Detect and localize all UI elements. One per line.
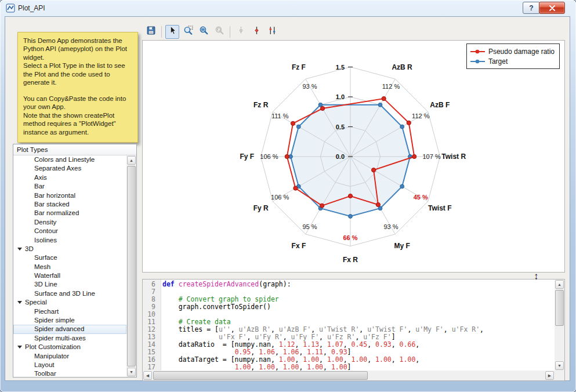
- plot-type-item-surface-and-3d-line[interactable]: Surface and 3D Line: [13, 289, 126, 298]
- scroll-down-icon[interactable]: ▼: [555, 361, 564, 370]
- svg-text:Fy F: Fy F: [240, 153, 254, 161]
- expanded-triangle-icon[interactable]: [17, 346, 22, 349]
- plot-types-scrollbar[interactable]: ▲ ▼: [126, 155, 136, 377]
- plot-type-label: Contour: [34, 227, 58, 234]
- plot-type-item-waterfall[interactable]: Waterfall: [13, 271, 126, 280]
- plot-type-item-plot-customization[interactable]: Plot Customization: [13, 343, 126, 351]
- note-paragraph: This Demo App demonstrates the Python AP…: [23, 37, 132, 61]
- plot-type-label: Layout: [34, 361, 55, 368]
- cursor-marker-button[interactable]: [249, 25, 263, 39]
- scroll-right-icon[interactable]: ▶: [545, 371, 554, 380]
- scroll-up-icon[interactable]: ▲: [127, 156, 136, 165]
- select-cursor-icon: [168, 26, 177, 38]
- expanded-triangle-icon[interactable]: [17, 301, 22, 304]
- code-vscrollbar[interactable]: ▲ ▼: [555, 280, 564, 371]
- save-plot-icon: [146, 26, 156, 38]
- select-cursor-button[interactable]: [165, 25, 179, 39]
- zoom-region-icon: [183, 26, 193, 38]
- zoom-all-icon: [199, 26, 209, 38]
- zoom-region-button[interactable]: [181, 25, 195, 39]
- plot-type-label: Spider multi-axes: [34, 335, 86, 342]
- scrollbar-thumb[interactable]: [555, 290, 564, 326]
- plot-type-item-spider-multi-axes[interactable]: Spider multi-axes: [13, 334, 126, 343]
- plot-type-label: Surface and 3D Line: [34, 290, 95, 297]
- legend-entry: Target: [470, 56, 555, 66]
- plot-type-item-isolines[interactable]: Isolines: [13, 236, 126, 245]
- plot-type-item-piechart[interactable]: Piechart: [13, 307, 126, 316]
- plot-type-item-bar-stacked[interactable]: Bar stacked: [13, 200, 126, 209]
- plot-type-item-manipulator[interactable]: Manipulator: [13, 352, 126, 361]
- code-panel[interactable]: 6def createSpiderAdvanced(graph):78 # Co…: [142, 279, 565, 381]
- cursor-single-button[interactable]: [234, 25, 248, 39]
- plot-type-item-spider-simple[interactable]: Spider simple: [13, 316, 126, 325]
- chart-legend: Pseudo damage ratioTarget: [466, 43, 560, 69]
- scrollbar-thumb[interactable]: [127, 166, 136, 366]
- plot-type-item-separated-axes[interactable]: Separated Axes: [13, 164, 126, 173]
- svg-text:45 %: 45 %: [414, 194, 428, 201]
- plot-type-label: Bar stacked: [34, 201, 70, 208]
- svg-text:AzB R: AzB R: [392, 63, 412, 71]
- plot-types-header: Plot Types: [13, 144, 136, 155]
- svg-text:My F: My F: [394, 242, 410, 250]
- svg-text:Fx R: Fx R: [343, 256, 358, 264]
- cursor-double-button[interactable]: [265, 25, 279, 39]
- plot-type-label: Isolines: [34, 237, 57, 244]
- plot-type-item-surface[interactable]: Surface: [13, 253, 126, 262]
- legend-marker-icon: [470, 49, 485, 55]
- desktop: Plot_API ? This Demo App demonstrates th…: [0, 0, 576, 392]
- plot-type-label: Bar: [34, 183, 45, 190]
- plot-type-item-spider-advanced[interactable]: Spider advanced: [13, 325, 126, 333]
- code-line: 6def createSpiderAdvanced(graph):: [143, 281, 555, 288]
- scroll-left-icon[interactable]: ◀: [143, 371, 152, 380]
- plot-type-label: 3D Line: [34, 281, 57, 288]
- plot-type-item-colors-and-linestyle[interactable]: Colors and Linestyle: [13, 155, 126, 164]
- plot-type-item-toolbar[interactable]: Toolbar: [13, 369, 126, 377]
- svg-text:106 %: 106 %: [271, 194, 289, 201]
- plot-type-label: Density: [34, 219, 56, 226]
- help-button[interactable]: ?: [523, 2, 540, 14]
- scroll-down-icon[interactable]: ▼: [127, 368, 136, 376]
- spider-chart[interactable]: 0.00.51.01.5AzB RAzB FTwist RTwist FMy F…: [143, 41, 564, 272]
- svg-text:Fz F: Fz F: [292, 63, 306, 71]
- close-button[interactable]: [539, 2, 565, 14]
- scrollbar-thumb[interactable]: [153, 371, 368, 380]
- svg-text:0.5: 0.5: [336, 124, 345, 130]
- cursor-single-icon: [236, 26, 246, 38]
- code-view[interactable]: 6def createSpiderAdvanced(graph):78 # Co…: [143, 281, 555, 371]
- plot-type-item-special[interactable]: Special: [13, 298, 126, 307]
- svg-text:93 %: 93 %: [383, 223, 398, 230]
- svg-text:0.0: 0.0: [336, 153, 345, 160]
- plot-type-label: Separated Axes: [34, 165, 81, 172]
- expanded-triangle-icon[interactable]: [17, 248, 22, 251]
- note-paragraph: Note that the shown createPlot method re…: [23, 111, 132, 136]
- code-hscrollbar[interactable]: ◀ ▶: [143, 371, 555, 380]
- plot-type-label: Bar normalized: [34, 209, 79, 216]
- scroll-up-icon[interactable]: ▲: [555, 280, 564, 289]
- app-icon: [6, 3, 15, 13]
- svg-text:Twist R: Twist R: [441, 153, 466, 161]
- title-bar[interactable]: Plot_API ?: [0, 0, 576, 16]
- plot-type-item-density[interactable]: Density: [13, 218, 126, 227]
- plot-type-item-bar-normalized[interactable]: Bar normalized: [13, 209, 126, 217]
- plot-type-item-bar-horizontal[interactable]: Bar horizontal: [13, 191, 126, 200]
- demo-note: This Demo App demonstrates the Python AP…: [17, 32, 138, 143]
- plot-type-item-mesh[interactable]: Mesh: [13, 263, 126, 271]
- save-plot-button[interactable]: [144, 25, 158, 39]
- plot-type-label: Axis: [34, 174, 47, 181]
- plot-toolbar: [142, 24, 566, 39]
- plot-type-item-layout[interactable]: Layout: [13, 361, 126, 369]
- plot-type-label: Spider advanced: [34, 325, 84, 332]
- svg-text:107 %: 107 %: [422, 153, 440, 160]
- note-paragraph: Select a Plot Type in the list to see th…: [23, 61, 132, 86]
- plot-type-item-3d-line[interactable]: 3D Line: [13, 280, 126, 289]
- svg-text:106 %: 106 %: [260, 153, 278, 160]
- plot-type-item-contour[interactable]: Contour: [13, 227, 126, 235]
- plot-type-item-axis[interactable]: Axis: [13, 173, 126, 182]
- plot-type-item-3d[interactable]: 3D: [13, 245, 126, 253]
- zoom-previous-button[interactable]: [212, 25, 226, 39]
- plot-type-item-bar[interactable]: Bar: [13, 182, 126, 191]
- zoom-all-button[interactable]: [197, 25, 211, 39]
- plot-types-list[interactable]: Colors and LinestyleSeparated AxesAxisBa…: [13, 155, 126, 377]
- close-icon: [549, 3, 556, 13]
- svg-text:Fx F: Fx F: [292, 242, 306, 250]
